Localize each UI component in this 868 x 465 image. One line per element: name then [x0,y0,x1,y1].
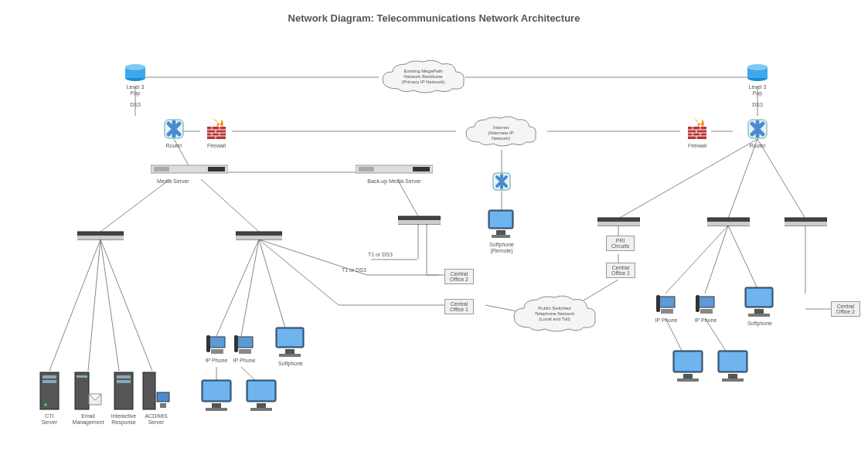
ip-phone-4: IP Phone [691,292,720,324]
router-internet [491,171,512,192]
svg-rect-99 [43,380,56,383]
ip-phone-1: IP Phone [202,332,231,364]
svg-line-27 [259,239,339,305]
svg-rect-104 [117,375,131,378]
router-right: Router [744,117,771,149]
svg-rect-98 [43,375,56,378]
svg-line-19 [88,239,100,371]
svg-line-41 [728,226,760,294]
central-office-1a: Central Office 1 [606,263,635,278]
svg-line-20 [100,239,119,371]
monitor-2 [243,378,281,413]
media-server: Media Server [151,162,228,185]
svg-rect-144 [722,378,744,382]
svg-line-34 [728,139,757,219]
svg-rect-92 [785,222,827,226]
svg-rect-106 [143,372,155,409]
svg-line-12 [100,179,170,232]
svg-line-23 [241,239,259,336]
svg-rect-128 [656,295,660,312]
svg-rect-90 [707,222,750,226]
router-left: Router [160,117,188,149]
cti-server: CTI Server [34,371,65,426]
svg-rect-95 [496,230,505,235]
svg-rect-82 [77,236,124,239]
svg-rect-76 [154,167,169,171]
svg-line-24 [259,239,288,336]
monitor-3 [669,349,708,384]
switch-3 [398,215,441,226]
svg-rect-114 [239,349,251,354]
ip-phone-2: IP Phone [230,332,259,364]
cloud-pstn: Public Switched Telephone Network (Local… [510,294,599,336]
svg-rect-111 [211,349,223,354]
svg-line-18 [49,239,100,371]
svg-rect-126 [250,408,272,411]
acdms-server: ACD/MIS Server [139,371,173,426]
svg-line-35 [757,139,805,219]
ip-phone-3: IP Phone [652,292,681,324]
t1-ds3-a: T1 or DS3 [368,252,393,258]
svg-rect-143 [728,374,737,378]
svg-rect-79 [359,167,374,171]
central-office-2a: Central Office 2 [444,269,474,284]
diagram-title: Network Diagram: Telecommunications Netw… [0,12,868,24]
cloud-backbone: Existing MegaPath Network Backbone (Prim… [379,58,468,97]
central-office-2b: Central Office 2 [831,301,860,317]
softphone-1: Softphone [269,326,312,367]
svg-rect-109 [209,337,225,348]
svg-line-22 [216,239,259,336]
svg-rect-120 [203,382,230,400]
svg-rect-124 [248,382,274,400]
softphone-2: Softphone [738,286,781,327]
svg-rect-84 [236,236,282,239]
svg-line-33 [618,139,757,219]
svg-rect-107 [157,392,169,402]
switch-5 [707,216,750,228]
svg-rect-131 [696,295,700,312]
svg-rect-117 [285,349,294,354]
svg-rect-130 [699,297,714,307]
monitor-1 [198,378,237,413]
svg-rect-139 [683,374,693,378]
softphone-remote: Softphone (Remote) [480,209,523,255]
svg-rect-129 [661,309,673,314]
svg-rect-101 [75,372,89,409]
svg-rect-116 [277,329,302,346]
svg-rect-105 [117,380,131,383]
svg-rect-94 [490,212,512,227]
svg-rect-138 [675,352,701,371]
svg-line-40 [705,226,728,294]
svg-rect-96 [492,235,510,238]
svg-rect-134 [747,289,771,306]
firewall-right: Firewall [683,117,711,149]
svg-rect-102 [77,375,87,378]
svg-rect-77 [208,167,225,171]
svg-rect-140 [677,378,699,382]
switch-1 [77,230,124,242]
email-mgmt: Email Management [70,371,107,426]
interactive-response: Interactive Response [107,371,141,426]
svg-rect-142 [720,352,746,371]
svg-rect-88 [597,222,640,226]
svg-rect-122 [206,408,227,411]
svg-line-21 [100,239,152,371]
svg-rect-127 [659,297,675,307]
svg-rect-86 [398,220,441,224]
svg-rect-135 [754,309,764,314]
svg-rect-136 [748,314,770,317]
svg-rect-125 [257,403,266,408]
firewall-left: Firewall [203,117,230,149]
central-office-1b: Central Office 1 [444,299,474,314]
switch-2 [236,230,282,242]
svg-rect-108 [160,403,166,408]
switch-4 [597,216,640,228]
svg-rect-113 [234,335,238,352]
svg-point-51 [747,64,768,70]
pri-circuits-label: PRI Circuits [606,236,635,251]
svg-point-48 [125,64,145,70]
svg-line-13 [201,179,259,232]
monitor-4 [714,349,753,384]
pop-left: Level 3 Pop DS3 [121,62,149,108]
svg-rect-121 [212,403,221,408]
